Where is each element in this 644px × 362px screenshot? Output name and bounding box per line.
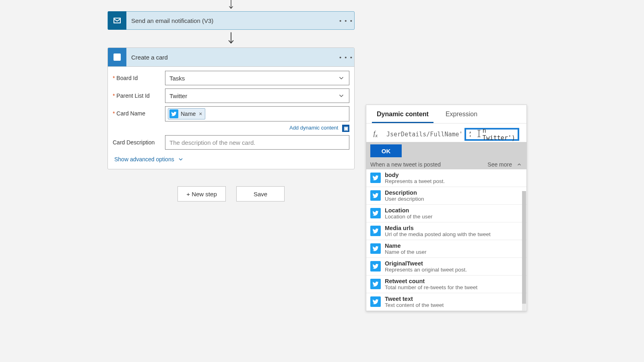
- field-label: Card Description: [113, 135, 165, 146]
- twitter-icon: [370, 226, 381, 236]
- twitter-icon: [370, 279, 381, 289]
- item-desc: Text content of the tweet: [385, 302, 444, 308]
- save-button[interactable]: Save: [236, 186, 285, 202]
- action-menu-button[interactable]: • • •: [338, 54, 354, 61]
- twitter-icon: [370, 208, 381, 218]
- flow-arrow: [107, 0, 355, 10]
- action-create-card: Create a card • • • * Board Id Tasks * P…: [107, 47, 355, 169]
- chevron-down-icon: [338, 92, 345, 101]
- item-desc: Name of the user: [385, 249, 427, 255]
- action-menu-button[interactable]: • • •: [338, 17, 354, 24]
- list-value: Twitter: [169, 93, 187, 99]
- action-title: Create a card: [126, 54, 338, 61]
- item-title: OriginalTweet: [385, 260, 467, 267]
- item-title: Retweet count: [385, 278, 477, 284]
- board-select[interactable]: Tasks: [165, 71, 349, 85]
- add-dynamic-link[interactable]: Add dynamic content: [289, 125, 338, 131]
- scrollbar[interactable]: [522, 191, 526, 311]
- card-description-input[interactable]: The description of the new card.: [165, 135, 349, 150]
- item-title: Tweet text: [385, 296, 444, 302]
- mail-icon: [108, 11, 126, 30]
- twitter-icon: [370, 190, 381, 201]
- see-more-link[interactable]: See more: [487, 161, 512, 168]
- card-name-input[interactable]: Name ×: [165, 106, 349, 121]
- trello-icon: [108, 48, 126, 66]
- new-step-button[interactable]: + New step: [178, 186, 226, 202]
- item-desc: Total number of re-tweets for the tweet: [385, 284, 477, 290]
- dynamic-item[interactable]: Retweet countTotal number of re-tweets f…: [366, 276, 526, 293]
- action-title: Send an email notification (V3): [126, 17, 338, 24]
- item-desc: Represents a tweet post.: [385, 178, 445, 184]
- dynamic-items-list: bodyRepresents a tweet post.DescriptionU…: [366, 169, 526, 311]
- twitter-icon: [169, 109, 178, 118]
- dynamic-item[interactable]: LocationLocation of the user: [366, 205, 526, 222]
- item-desc: User description: [385, 196, 424, 202]
- dynamic-item[interactable]: NameName of the user: [366, 240, 526, 258]
- dynamic-item[interactable]: DescriptionUser description: [366, 187, 526, 205]
- token-remove[interactable]: ×: [199, 111, 202, 117]
- item-desc: Location of the user: [385, 214, 433, 220]
- item-title: Name: [385, 243, 427, 249]
- flow-arrow: [107, 31, 355, 47]
- dynamic-content-popout: Dynamic content Expression fx JserDetail…: [366, 105, 527, 311]
- ok-button[interactable]: OK: [370, 144, 402, 157]
- section-title: When a new tweet is posted: [370, 161, 441, 168]
- item-desc: Represents an original tweet post.: [385, 267, 467, 273]
- dynamic-item[interactable]: OriginalTweetRepresents an original twee…: [366, 258, 526, 276]
- tab-dynamic-content[interactable]: Dynamic content: [372, 105, 433, 123]
- add-dynamic-icon[interactable]: ▣: [342, 125, 349, 132]
- dynamic-token-name[interactable]: Name ×: [168, 108, 205, 119]
- chevron-down-icon: [178, 156, 184, 162]
- dynamic-item[interactable]: Media urlsUrl of the media posted along …: [366, 222, 526, 240]
- dynamic-item[interactable]: Tweet textText content of the tweet: [366, 293, 526, 311]
- item-title: Description: [385, 189, 424, 196]
- item-title: Media urls: [385, 225, 491, 231]
- twitter-icon: [370, 296, 381, 307]
- chevron-down-icon: [338, 74, 345, 83]
- section-collapse[interactable]: [516, 161, 522, 168]
- expression-highlight: , ' n Twitter'): [464, 128, 519, 141]
- add-dynamic-row: Add dynamic content ▣: [113, 125, 349, 132]
- item-title: body: [385, 172, 445, 178]
- tab-expression[interactable]: Expression: [441, 105, 482, 123]
- list-select[interactable]: Twitter: [165, 88, 349, 103]
- field-label: * Board Id: [113, 71, 165, 81]
- field-label: * Parent List Id: [113, 88, 165, 99]
- dynamic-item[interactable]: bodyRepresents a tweet post.: [366, 169, 526, 187]
- twitter-icon: [370, 261, 381, 272]
- fx-icon: fx: [370, 130, 381, 139]
- twitter-icon: [370, 243, 381, 254]
- field-label: * Card Name: [113, 106, 165, 117]
- twitter-icon: [370, 173, 381, 183]
- action-send-email[interactable]: Send an email notification (V3) • • •: [107, 11, 355, 30]
- show-advanced-toggle[interactable]: Show advanced options: [113, 153, 349, 163]
- action-header[interactable]: Create a card • • •: [108, 48, 354, 67]
- text-cursor-icon: [477, 129, 481, 140]
- expression-input[interactable]: JserDetails/FullName' , ' n Twitter'): [383, 128, 522, 141]
- item-desc: Url of the media posted along with the t…: [385, 231, 491, 237]
- board-value: Tasks: [169, 75, 185, 82]
- item-title: Location: [385, 207, 433, 214]
